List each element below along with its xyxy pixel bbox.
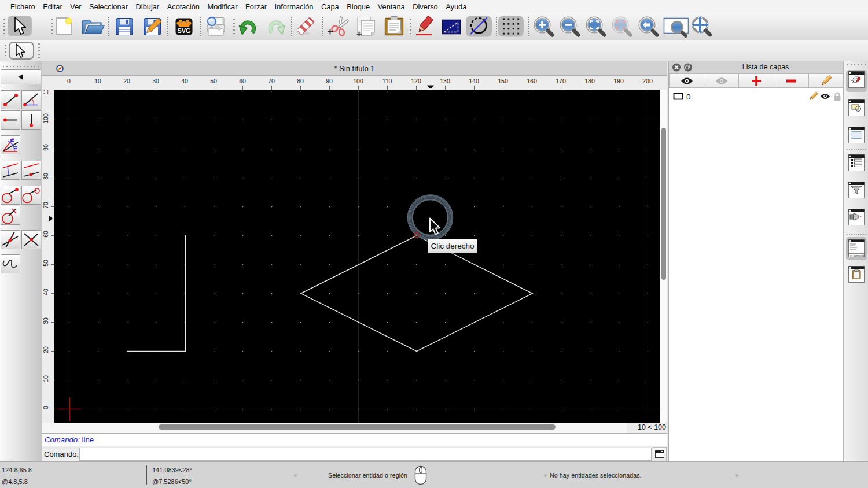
svg-text:0: 0 (686, 93, 691, 101)
svg-text:c command: c command (850, 254, 865, 257)
svg-text:SVG: SVG (177, 27, 190, 34)
